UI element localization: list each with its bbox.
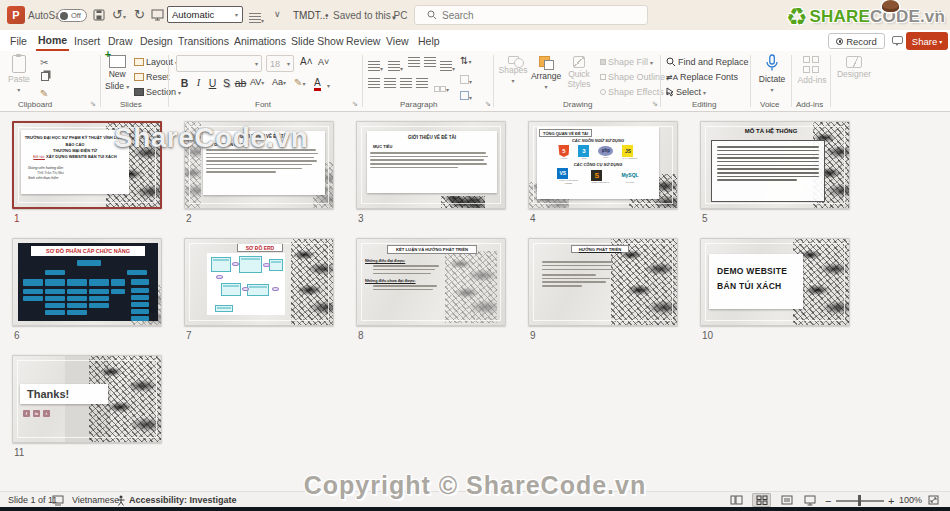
shape-effects-button[interactable]: Shape Effects▾: [600, 87, 669, 97]
tab-design[interactable]: Design: [138, 30, 175, 51]
slide-thumbnail-7[interactable]: SƠ ĐỒ ERD 7: [184, 238, 334, 341]
text-direction-icon[interactable]: ⇅▾: [460, 55, 471, 66]
layout-button[interactable]: Layout▾: [134, 57, 178, 67]
slide-thumbnail-6[interactable]: SƠ ĐỒ PHÂN CẤP CHỨC NĂNG 6: [12, 238, 162, 341]
numbering-icon[interactable]: ▾: [388, 57, 403, 75]
font-size-dropdown[interactable]: 18▾: [266, 55, 294, 72]
slide-thumbnail-4[interactable]: TỔNG QUAN VỀ ĐỀ TÀI CÁC NGÔN NGỮ SỬ DỤNG…: [528, 121, 678, 224]
vscode-label: VISUAL STUDIO CODE: [557, 179, 579, 185]
quick-styles-button[interactable]: Quick Styles: [563, 56, 595, 90]
watermark-top: ShareCode.vn: [114, 122, 308, 154]
record-icon: [836, 38, 843, 45]
search-icon: [427, 10, 437, 20]
grow-font-icon[interactable]: A˄: [300, 56, 313, 67]
strikethrough-button[interactable]: ab: [234, 77, 247, 89]
saved-status[interactable]: Saved to this PC: [333, 10, 407, 21]
slide-thumbnail-3[interactable]: GIỚI THIỆU VỀ ĐỀ TÀI MỤC TIÊU 3: [356, 121, 506, 224]
copy-icon[interactable]: [41, 72, 49, 81]
drawing-dialog-launcher-icon[interactable]: ⇘: [652, 100, 658, 108]
undo-icon[interactable]: ↺▾: [112, 7, 126, 25]
arrange-button[interactable]: Arrange▾: [530, 56, 562, 91]
tab-view[interactable]: View: [384, 30, 411, 51]
replace-fonts-button[interactable]: ⇄A Replace Fonts: [666, 72, 738, 82]
align-left-icon[interactable]: [368, 78, 380, 88]
character-spacing-button[interactable]: AV▾: [250, 77, 263, 87]
change-case-button[interactable]: Aa▾: [272, 77, 286, 87]
powerpoint-app-icon[interactable]: P: [7, 6, 25, 24]
record-button[interactable]: Record: [828, 33, 885, 49]
tab-insert[interactable]: Insert: [72, 30, 102, 51]
search-input[interactable]: Search: [414, 5, 648, 25]
select-button[interactable]: Select▾: [666, 87, 706, 97]
html-label: HTML: [558, 157, 569, 160]
tab-transitions[interactable]: Transitions: [176, 30, 231, 51]
saved-status-caret-icon[interactable]: ▾: [392, 10, 396, 26]
align-center-icon[interactable]: [384, 78, 396, 88]
slide-thumbnail-9[interactable]: HƯỚNG PHÁT TRIỂN 9: [528, 238, 678, 341]
dictate-button[interactable]: Dictate▾: [755, 54, 789, 94]
line-spacing-icon[interactable]: ▾: [440, 57, 455, 75]
dot-separator: •: [325, 10, 329, 21]
font-dialog-launcher-icon[interactable]: ⇘: [352, 100, 358, 108]
new-slide-button[interactable]: New Slide ▾: [105, 55, 129, 92]
font-color-icon[interactable]: A: [314, 77, 321, 91]
columns-icon[interactable]: ▾: [434, 78, 449, 96]
font-color-caret-icon[interactable]: ▾: [327, 82, 330, 89]
toolbar-overflow-icon[interactable]: ∨: [274, 6, 281, 22]
reset-button[interactable]: Reset: [134, 72, 170, 82]
slide-thumbnail-11[interactable]: Thanks! f in t 11: [12, 355, 162, 458]
clipboard-dialog-launcher-icon[interactable]: ⇘: [90, 100, 96, 108]
tab-help[interactable]: Help: [416, 30, 442, 51]
select-cursor-icon: [666, 87, 674, 97]
shrink-font-icon[interactable]: A˅: [318, 57, 329, 67]
slide6-title: SƠ ĐỒ PHÂN CẤP CHỨC NĂNG: [31, 246, 145, 256]
customize-toolbar-list-icon[interactable]: ▾: [249, 9, 264, 27]
slide1-subject: THƯƠNG MẠI ĐIỆN TỬ: [21, 148, 129, 153]
share-button[interactable]: Share▾: [906, 32, 948, 50]
tab-slide-show[interactable]: Slide Show: [289, 30, 346, 51]
tab-file[interactable]: File: [8, 30, 29, 51]
tab-animations[interactable]: Animations: [232, 30, 288, 51]
align-right-icon[interactable]: [400, 78, 412, 88]
save-icon[interactable]: [93, 9, 105, 21]
slide-number: 11: [14, 447, 162, 458]
justify-icon[interactable]: [416, 78, 428, 88]
slide4-languages-heading: CÁC NGÔN NGỮ SỬ DỤNG: [537, 138, 659, 143]
convert-smartart-icon[interactable]: ▾: [460, 86, 472, 104]
slide-thumbnail-5[interactable]: MÔ TẢ HỆ THỐNG 5: [700, 121, 850, 224]
text-shadow-button[interactable]: S: [220, 77, 233, 89]
transition-timing-dropdown[interactable]: Automatic ▾: [167, 6, 243, 23]
html5-logo-icon: 5: [558, 145, 569, 157]
paste-button[interactable]: Paste▾: [8, 55, 30, 94]
increase-indent-icon[interactable]: [424, 57, 436, 67]
underline-button[interactable]: U: [206, 77, 219, 89]
paragraph-dialog-launcher-icon[interactable]: ⇘: [485, 100, 491, 108]
tab-home[interactable]: Home: [36, 30, 69, 51]
redo-icon[interactable]: ↻: [134, 7, 145, 23]
clipboard-group-label: Clipboard: [18, 100, 52, 109]
bullets-icon[interactable]: ▾: [368, 57, 383, 75]
addins-button[interactable]: Add-ins: [796, 56, 828, 86]
font-name-dropdown[interactable]: ▾: [176, 55, 262, 72]
find-replace-button[interactable]: Find and Replace: [666, 57, 749, 67]
decrease-indent-icon[interactable]: [408, 57, 420, 67]
slide-thumbnail-10[interactable]: DEMO WEBSITE BÁN TÚI XÁCH 10: [700, 238, 850, 341]
tab-review[interactable]: Review: [344, 30, 382, 51]
highlight-color-icon[interactable]: ✎▾: [294, 77, 305, 88]
start-from-beginning-icon[interactable]: [151, 9, 164, 21]
section-button[interactable]: Section▾: [134, 87, 181, 97]
designer-button[interactable]: Designer: [836, 56, 872, 80]
microphone-icon: [764, 54, 780, 73]
format-painter-icon[interactable]: ✎: [40, 88, 48, 99]
slide3-heading: MỤC TIÊU: [373, 144, 497, 149]
bold-button[interactable]: B: [178, 77, 191, 89]
timing-value: Automatic: [172, 9, 214, 20]
slide-thumbnail-8[interactable]: KẾT LUẬN VÀ HƯỚNG PHÁT TRIỂN Những điều …: [356, 238, 506, 341]
file-name[interactable]: TMDT...: [293, 10, 328, 21]
shapes-button[interactable]: Shapes▾: [498, 56, 528, 85]
cut-icon[interactable]: ✂: [40, 57, 48, 68]
shape-fill-button[interactable]: Shape Fill▾: [600, 57, 653, 67]
autosave-toggle[interactable]: Off: [57, 9, 87, 22]
italic-button[interactable]: I: [192, 77, 205, 88]
comments-icon[interactable]: [892, 36, 903, 44]
